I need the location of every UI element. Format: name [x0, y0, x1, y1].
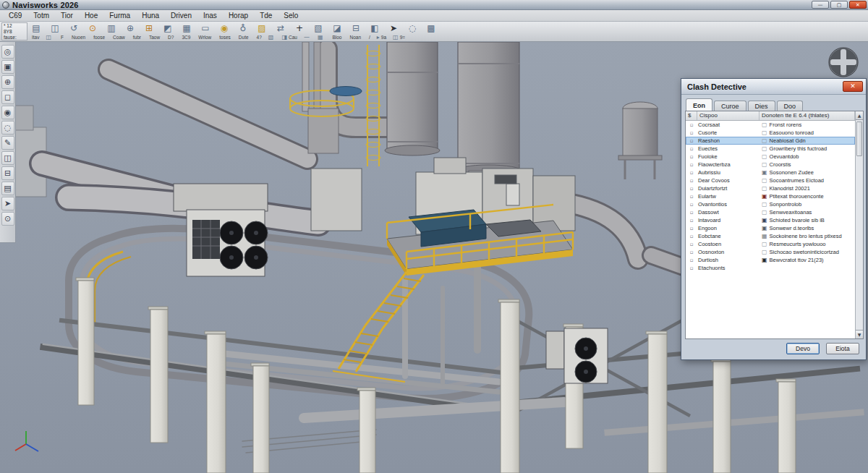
toolbar-button[interactable]: ♁ — [237, 23, 249, 33]
toolbar-button[interactable]: ➤ — [388, 23, 399, 33]
menu-item[interactable]: Hoe — [79, 11, 103, 20]
navigation-ball-icon[interactable] — [829, 48, 858, 77]
table-row[interactable]: ▫ Engoon ▣ Sonwewr d.teorlbs — [686, 224, 855, 232]
panel-title-bar[interactable]: Clash Detective ✕ — [681, 79, 866, 95]
table-row[interactable]: ▫ Etachuonts — [686, 264, 855, 272]
scroll-thumb[interactable] — [856, 122, 862, 156]
table-row[interactable]: ▫ Flaowcterbza ▢ Croorstis — [686, 161, 855, 169]
toolbar-small-button[interactable]: Nuoen — [70, 35, 85, 40]
table-row[interactable]: ▫ Dassowt ▢ Senwveaxitoanas — [686, 208, 855, 216]
panel-tab[interactable]: Eon — [686, 98, 712, 111]
panel-tab[interactable]: Dies — [748, 101, 775, 111]
table-row[interactable]: ▫ Euectes ▢ Growribery this fuctroad — [686, 145, 855, 153]
sidebar-tool-button[interactable]: ➤ — [1, 197, 14, 210]
toolbar-button[interactable]: ⇄ — [275, 23, 286, 33]
table-row[interactable]: ▫ Dear Covoos ▢ Socoantrumes Eictoad — [686, 176, 855, 184]
table-row[interactable]: ▫ Raeshon ▢ Neabiosat Gdn — [686, 137, 855, 145]
toolbar-button[interactable]: + — [294, 23, 305, 33]
menu-item[interactable]: Tde — [254, 11, 278, 20]
scroll-down-icon[interactable]: ▼ — [856, 330, 863, 338]
menu-item[interactable]: C69 — [3, 11, 27, 20]
sidebar-tool-button[interactable]: ⊟ — [1, 166, 14, 180]
toolbar-small-button[interactable]: — — [304, 34, 311, 41]
toolbar-small-button[interactable]: ▦ — [318, 34, 325, 41]
toolbar-small-button[interactable]: Bloo — [331, 35, 341, 40]
table-row[interactable]: ▫ Oosnoxton ▢ Sichocao swetoninticicortz… — [686, 248, 855, 256]
menu-item[interactable]: Inas — [197, 11, 223, 20]
sidebar-tool-button[interactable]: ⊕ — [1, 75, 14, 89]
toolbar-small-button[interactable]: Noan — [348, 35, 361, 40]
toolbar-small-button[interactable]: ◨ Cau — [281, 34, 297, 41]
table-row[interactable]: ▫ Cusorte ▢ Easouono tonroad — [686, 129, 855, 137]
toolbar-small-button[interactable]: fubr — [132, 35, 141, 40]
panel-tab[interactable]: Doo — [777, 101, 804, 111]
toolbar-button[interactable]: ▩ — [425, 23, 437, 33]
sidebar-tool-button[interactable]: ▤ — [1, 182, 14, 195]
scrollbar[interactable]: ▲ ▼ — [855, 111, 863, 338]
sidebar-tool-button[interactable]: ◎ — [1, 45, 14, 59]
menu-item[interactable]: Driven — [165, 11, 197, 20]
toolbar-small-button[interactable]: D? — [166, 35, 174, 40]
panel-close-icon[interactable]: ✕ — [843, 81, 863, 92]
toolbar-button[interactable]: ▤ — [30, 23, 42, 33]
toolbar-button[interactable]: ◩ — [162, 23, 174, 33]
sidebar-tool-button[interactable]: ◻ — [1, 90, 14, 104]
menu-item[interactable]: Selo — [278, 11, 304, 20]
toolbar-small-button[interactable]: 3C9 — [180, 35, 190, 40]
toolbar-small-button[interactable]: Coaw — [111, 35, 125, 40]
column-name[interactable]: Cispoo — [697, 111, 760, 120]
toolbar-small-button[interactable]: 4? — [255, 35, 262, 40]
minimize-button[interactable]: — — [812, 1, 829, 9]
menu-item[interactable]: Horap — [223, 11, 254, 20]
toolbar-button[interactable]: ◪ — [331, 23, 343, 33]
toolbar-button[interactable]: ◫ — [49, 23, 61, 33]
menu-item[interactable]: Huna — [136, 11, 165, 20]
toolbar-button[interactable]: ⊟ — [350, 23, 362, 33]
table-row[interactable]: ▫ Cocrsaat ▢ Fronst rorens — [686, 121, 855, 129]
column-description[interactable]: Donoten tte E 6.4 (thlates) — [760, 111, 855, 120]
column-status[interactable]: $ — [686, 111, 697, 120]
toolbar-small-button[interactable]: ▸ 9a — [377, 34, 386, 41]
toolbar-small-button[interactable]: F — [59, 35, 64, 40]
toolbar-small-button[interactable]: ◫ — [46, 34, 53, 41]
toolbar-button[interactable]: ↺ — [68, 23, 80, 33]
menu-item[interactable]: Tior — [55, 11, 79, 20]
table-row[interactable]: ▫ Duiartzfortzt ▢ Klanodrist 20021 — [686, 184, 855, 192]
toolbar-button[interactable]: ▨ — [256, 23, 268, 33]
table-row[interactable]: ▫ Ovantontios ▢ Sonpontrolob — [686, 200, 855, 208]
sidebar-tool-button[interactable]: ◉ — [1, 106, 14, 119]
panel-button[interactable]: Eiota — [826, 343, 859, 354]
toolbar-button[interactable]: ◧ — [369, 23, 380, 33]
panel-tab[interactable]: Curoe — [714, 101, 746, 111]
sidebar-tool-button[interactable]: ▣ — [1, 60, 14, 74]
toolbar-button[interactable]: ◉ — [218, 23, 230, 33]
panel-button[interactable]: Devo — [786, 343, 820, 354]
toolbar-small-button[interactable]: Dute — [237, 35, 249, 40]
sidebar-tool-button[interactable]: ◫ — [1, 151, 14, 165]
toolbar-button[interactable]: ⊕ — [124, 23, 136, 33]
toolbar-small-button[interactable]: Wrlow — [197, 35, 211, 40]
table-row[interactable]: ▫ Fuoioke ▢ Oevuantdob — [686, 153, 855, 161]
toolbar-button[interactable]: ▧ — [312, 23, 324, 33]
scroll-up-icon[interactable]: ▲ — [856, 111, 863, 120]
toolbar-small-button[interactable]: toses — [218, 35, 231, 40]
table-row[interactable]: ▫ Aubrissiu ▣ Sosononen Zudee — [686, 169, 855, 176]
table-row[interactable]: ▫ Coostoen ▢ Resmeucurts yowlouoo — [686, 240, 855, 248]
menu-item[interactable]: Furma — [103, 11, 136, 20]
maximize-button[interactable]: ▢ — [830, 1, 848, 9]
toolbar-button[interactable]: ⊞ — [143, 23, 155, 33]
table-row[interactable]: ▫ Eulartw ▣ Ptltexat thorouenconte — [686, 192, 855, 200]
table-row[interactable]: ▫ Intavoard ▣ Schioted bvaroie sib iB — [686, 216, 855, 224]
toolbar-small-button[interactable]: ▧ — [268, 34, 276, 41]
toolbar-button[interactable]: ▥ — [106, 23, 117, 33]
sidebar-tool-button[interactable]: ⊙ — [1, 212, 14, 226]
toolbar-button[interactable]: ⊙ — [87, 23, 98, 33]
table-row[interactable]: ▫ Durtiosh ▣ Bewvcratot ttov 21(23) — [686, 256, 855, 264]
toolbar-small-button[interactable]: ◫ 9= — [393, 34, 405, 41]
toolbar-button[interactable]: ▭ — [200, 23, 211, 33]
toolbar-button[interactable]: ◌ — [407, 23, 418, 33]
toolbar-small-button[interactable]: foose — [92, 35, 105, 40]
table-row[interactable]: ▫ Eobctane ▦ Sockoinene bro lentus ptlxe… — [686, 232, 855, 240]
toolbar-small-button[interactable]: / — [367, 35, 370, 40]
sidebar-tool-button[interactable]: ✎ — [1, 136, 14, 150]
